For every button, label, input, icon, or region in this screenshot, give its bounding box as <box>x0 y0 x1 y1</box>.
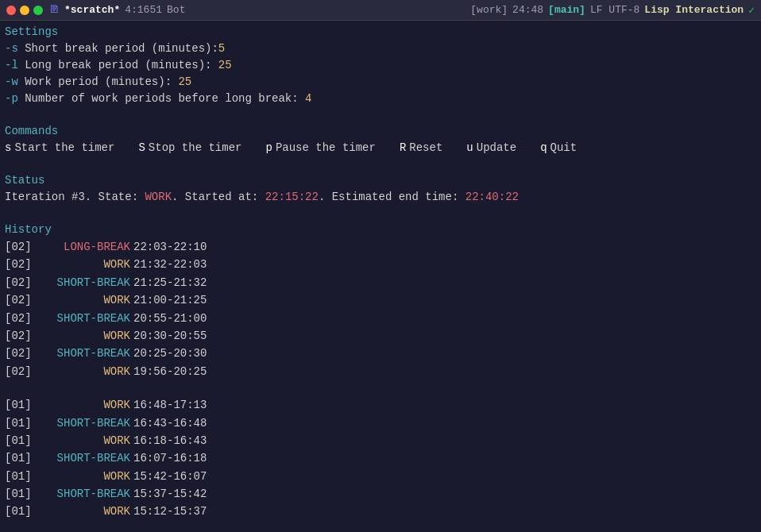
cmd-start[interactable]: s Start the timer <box>5 140 114 156</box>
list-item: [01]WORK 16:48-17:13 <box>5 396 756 414</box>
flag-s: -s <box>5 42 18 55</box>
history-type: SHORT-BREAK <box>35 414 130 432</box>
history-index: [01] <box>5 432 35 449</box>
flag-s-desc: Short break period (minutes): <box>25 42 218 55</box>
commands-section: Commands s Start the timer S Stop the ti… <box>5 123 756 156</box>
settings-flag-l: -l Long break period (minutes): 25 <box>5 57 756 74</box>
status-started-value: 22:15:22 <box>265 191 319 203</box>
cmd-pause[interactable]: p Pause the timer <box>265 140 375 156</box>
cmd-label-reset: Reset <box>409 140 442 156</box>
flag-s-value: 5 <box>218 42 225 55</box>
history-index: [02] <box>5 291 35 309</box>
settings-flag-p: -p Number of work periods before long br… <box>5 91 756 107</box>
close-button[interactable] <box>6 6 16 15</box>
list-item: [02]SHORT-BREAK 20:55-21:00 <box>5 310 756 327</box>
cmd-label-pause: Pause the timer <box>276 140 376 156</box>
history-type: SHORT-BREAK <box>35 485 130 503</box>
list-item: [01]WORK 15:12-15:37 <box>5 503 756 520</box>
check-mark: ✓ <box>748 4 755 17</box>
history-type: SHORT-BREAK <box>35 310 130 327</box>
cmd-key-p: p <box>265 140 272 156</box>
flag-l-desc: Long break period (minutes): <box>25 59 218 71</box>
history-index: [01] <box>5 396 35 414</box>
history-index: [02] <box>5 345 35 362</box>
status-end-label: . Estimated end time: <box>319 191 465 203</box>
history-time: 21:32-22:03 <box>133 256 207 273</box>
history-index: [01] <box>5 485 35 503</box>
settings-header: Settings <box>5 24 756 40</box>
list-item: [02]SHORT-BREAK 20:25-20:30 <box>5 345 756 362</box>
minimize-button[interactable] <box>20 6 29 15</box>
cmd-update[interactable]: u Update <box>466 140 516 156</box>
cmd-label-quit: Quit <box>550 140 578 156</box>
flag-p-desc: Number of work periods before long break… <box>25 92 305 105</box>
cmd-quit[interactable]: q Quit <box>540 140 577 156</box>
history-time: 20:55-21:00 <box>133 310 207 327</box>
history-index: [02] <box>5 310 35 327</box>
commands-row: s Start the timer S Stop the timer p Pau… <box>5 140 756 156</box>
history-section: History [02]LONG-BREAK 22:03-22:10[02]WO… <box>5 222 756 521</box>
history-type: SHORT-BREAK <box>35 274 130 291</box>
cmd-label-update: Update <box>477 140 516 156</box>
status-line: Iteration #3. State: WORK. Started at: 2… <box>5 189 756 206</box>
history-index: [01] <box>5 449 35 467</box>
history-time: 16:18-16:43 <box>133 432 207 449</box>
time: 24:48 <box>512 4 543 16</box>
cmd-label-stop: Stop the timer <box>149 140 242 156</box>
content-area: Settings -s Short break period (minutes)… <box>0 21 761 524</box>
traffic-lights <box>6 6 43 15</box>
history-index: [02] <box>5 363 35 380</box>
title-section: 🖹 *scratch* 4:1651 Bot [work] 24:48 [mai… <box>49 4 755 17</box>
cmd-key-s: s <box>5 140 11 156</box>
flag-w-value: 25 <box>178 75 191 88</box>
status-header: Status <box>5 172 756 189</box>
history-time: 21:25-21:32 <box>133 274 207 291</box>
history-time: 22:03-22:10 <box>133 238 207 256</box>
file-icon: 🖹 <box>49 4 60 16</box>
filename: *scratch* <box>64 4 120 16</box>
list-item: [02]WORK 21:32-22:03 <box>5 256 756 273</box>
list-item: [02]WORK 19:56-20:25 <box>5 363 756 380</box>
history-index: [02] <box>5 256 35 273</box>
list-item: [02]LONG-BREAK 22:03-22:10 <box>5 238 756 256</box>
cmd-key-S: S <box>138 140 145 156</box>
flag-p-value: 4 <box>305 92 311 105</box>
maximize-button[interactable] <box>33 6 43 15</box>
cmd-reset[interactable]: R Reset <box>400 140 442 156</box>
history-type: WORK <box>35 503 130 520</box>
history-header: History <box>5 222 756 238</box>
history-time: 16:07-16:18 <box>133 449 207 467</box>
history-index: [01] <box>5 414 35 432</box>
history-index: [02] <box>5 274 35 291</box>
mode-indicator: Bot <box>167 4 185 16</box>
flag-w-desc: Work period (minutes): <box>25 75 178 88</box>
settings-flag-s: -s Short break period (minutes):5 <box>5 40 756 57</box>
cmd-key-R: R <box>400 140 406 156</box>
history-group-01: [01]WORK 16:48-17:13[01]SHORT-BREAK 16:4… <box>5 396 756 521</box>
history-group-02: [02]LONG-BREAK 22:03-22:10[02]WORK 21:32… <box>5 238 756 380</box>
history-time: 15:12-15:37 <box>133 503 207 520</box>
history-type: WORK <box>35 363 130 380</box>
history-type: SHORT-BREAK <box>35 345 130 362</box>
workspace: [work] <box>470 4 508 16</box>
settings-section: Settings -s Short break period (minutes)… <box>5 24 756 107</box>
history-index: [02] <box>5 238 35 256</box>
list-item: [02]WORK 21:00-21:25 <box>5 291 756 309</box>
titlebar: 🖹 *scratch* 4:1651 Bot [work] 24:48 [mai… <box>0 0 761 21</box>
history-time: 21:00-21:25 <box>133 291 207 309</box>
history-time: 16:48-17:13 <box>133 396 207 414</box>
flag-p: -p <box>5 92 18 105</box>
list-item: [02]WORK 20:30-20:55 <box>5 327 756 345</box>
history-type: WORK <box>35 432 130 449</box>
status-iteration: Iteration #3. State: <box>5 191 145 203</box>
cmd-key-q: q <box>540 140 547 156</box>
history-index: [02] <box>5 327 35 345</box>
flag-l-value: 25 <box>218 59 232 71</box>
list-item: [01]WORK 16:18-16:43 <box>5 432 756 449</box>
cmd-stop[interactable]: S Stop the timer <box>138 140 241 156</box>
flag-l: -l <box>5 59 18 71</box>
settings-flag-w: -w Work period (minutes): 25 <box>5 74 756 91</box>
commands-header: Commands <box>5 123 756 140</box>
history-index: [01] <box>5 503 35 520</box>
list-item: [01]SHORT-BREAK 16:43-16:48 <box>5 414 756 432</box>
